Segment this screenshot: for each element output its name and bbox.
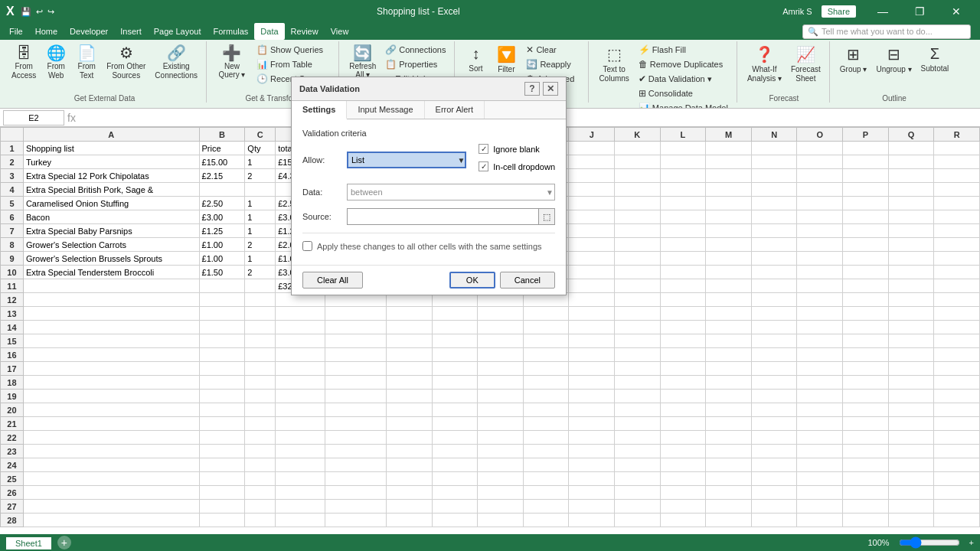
cell-O25[interactable]: [797, 472, 843, 486]
cell-P28[interactable]: [843, 514, 889, 527]
cell-R24[interactable]: [934, 458, 980, 472]
cell-N2[interactable]: [751, 155, 797, 169]
cell-N20[interactable]: [751, 403, 797, 417]
cell-Q18[interactable]: [888, 376, 934, 390]
row-header-2[interactable]: 2: [1, 155, 24, 169]
cell-P21[interactable]: [843, 417, 889, 431]
cell-B1[interactable]: Price: [199, 142, 245, 155]
cell-C19[interactable]: [245, 390, 276, 403]
cell-B8[interactable]: £1.00: [199, 238, 245, 252]
cell-P11[interactable]: [843, 279, 889, 293]
cell-B10[interactable]: £1.50: [199, 266, 245, 279]
cell-E28[interactable]: [325, 514, 387, 527]
cell-C21[interactable]: [245, 417, 276, 431]
cell-F24[interactable]: [387, 458, 433, 472]
cell-I22[interactable]: [523, 431, 569, 445]
cell-H24[interactable]: [478, 458, 524, 472]
row-header-3[interactable]: 3: [1, 169, 24, 183]
cell-R7[interactable]: [934, 224, 980, 238]
cell-R13[interactable]: [934, 307, 980, 321]
cell-J19[interactable]: [569, 390, 615, 403]
cell-M3[interactable]: [706, 169, 752, 183]
cell-O23[interactable]: [797, 445, 843, 458]
cell-C17[interactable]: [245, 362, 276, 376]
cell-J14[interactable]: [569, 321, 615, 334]
cell-M7[interactable]: [706, 224, 752, 238]
cell-L19[interactable]: [660, 390, 706, 403]
cell-I25[interactable]: [523, 472, 569, 486]
flash-fill-btn[interactable]: ⚡ Flash Fill: [635, 43, 732, 57]
cell-H26[interactable]: [478, 486, 524, 500]
cell-K15[interactable]: [615, 334, 661, 348]
cell-B13[interactable]: [199, 307, 245, 321]
row-header-25[interactable]: 25: [1, 472, 24, 486]
cell-O4[interactable]: [797, 183, 843, 197]
cell-A28[interactable]: [23, 514, 199, 527]
row-header-8[interactable]: 8: [1, 238, 24, 252]
cell-B26[interactable]: [199, 486, 245, 500]
cell-P19[interactable]: [843, 390, 889, 403]
cell-G17[interactable]: [432, 362, 478, 376]
cell-A1[interactable]: Shopping list: [23, 142, 199, 155]
row-header-11[interactable]: 11: [1, 279, 24, 293]
cell-D28[interactable]: [276, 514, 325, 527]
cell-L21[interactable]: [660, 417, 706, 431]
cell-K28[interactable]: [615, 514, 661, 527]
text-to-columns-btn[interactable]: ⬚ Text toColumns: [595, 43, 632, 89]
cell-A4[interactable]: Extra Special British Pork, Sage &: [23, 183, 199, 197]
ignore-blank-checkbox[interactable]: [479, 144, 488, 154]
cell-G14[interactable]: [432, 321, 478, 334]
cell-R8[interactable]: [934, 238, 980, 252]
cell-M4[interactable]: [706, 183, 752, 197]
cell-M26[interactable]: [706, 486, 752, 500]
cell-F14[interactable]: [387, 321, 433, 334]
menu-review[interactable]: Review: [285, 23, 325, 40]
cell-Q20[interactable]: [888, 403, 934, 417]
cell-D25[interactable]: [276, 472, 325, 486]
cell-Q9[interactable]: [888, 252, 934, 266]
cell-J21[interactable]: [569, 417, 615, 431]
add-sheet-btn[interactable]: +: [57, 536, 71, 549]
cell-H14[interactable]: [478, 321, 524, 334]
cell-Q10[interactable]: [888, 266, 934, 279]
cell-E23[interactable]: [325, 445, 387, 458]
cell-B4[interactable]: [199, 183, 245, 197]
cell-R9[interactable]: [934, 252, 980, 266]
cell-L24[interactable]: [660, 458, 706, 472]
cell-C14[interactable]: [245, 321, 276, 334]
cell-Q24[interactable]: [888, 458, 934, 472]
cell-I18[interactable]: [523, 376, 569, 390]
cell-N10[interactable]: [751, 266, 797, 279]
cell-G20[interactable]: [432, 403, 478, 417]
cell-N26[interactable]: [751, 486, 797, 500]
cell-P25[interactable]: [843, 472, 889, 486]
cell-Q28[interactable]: [888, 514, 934, 527]
cell-R4[interactable]: [934, 183, 980, 197]
cell-E21[interactable]: [325, 417, 387, 431]
cell-G18[interactable]: [432, 376, 478, 390]
row-header-15[interactable]: 15: [1, 334, 24, 348]
cell-I17[interactable]: [523, 362, 569, 376]
cell-B21[interactable]: [199, 417, 245, 431]
cell-I21[interactable]: [523, 417, 569, 431]
col-P[interactable]: P: [843, 128, 889, 142]
cell-A17[interactable]: [23, 362, 199, 376]
cell-D21[interactable]: [276, 417, 325, 431]
cell-J26[interactable]: [569, 486, 615, 500]
data-validation-btn[interactable]: ✔ Data Validation ▾: [635, 72, 732, 86]
cell-D24[interactable]: [276, 458, 325, 472]
cell-C25[interactable]: [245, 472, 276, 486]
cell-Q6[interactable]: [888, 210, 934, 224]
cell-A3[interactable]: Extra Special 12 Pork Chipolatas: [23, 169, 199, 183]
cell-A16[interactable]: [23, 348, 199, 362]
cell-C20[interactable]: [245, 403, 276, 417]
data-select[interactable]: between not between equal to not equal t…: [347, 184, 555, 201]
cell-H28[interactable]: [478, 514, 524, 527]
cell-N17[interactable]: [751, 362, 797, 376]
cell-P27[interactable]: [843, 500, 889, 514]
cell-N8[interactable]: [751, 238, 797, 252]
cell-L25[interactable]: [660, 472, 706, 486]
row-header-21[interactable]: 21: [1, 417, 24, 431]
cell-H21[interactable]: [478, 417, 524, 431]
cell-D23[interactable]: [276, 445, 325, 458]
